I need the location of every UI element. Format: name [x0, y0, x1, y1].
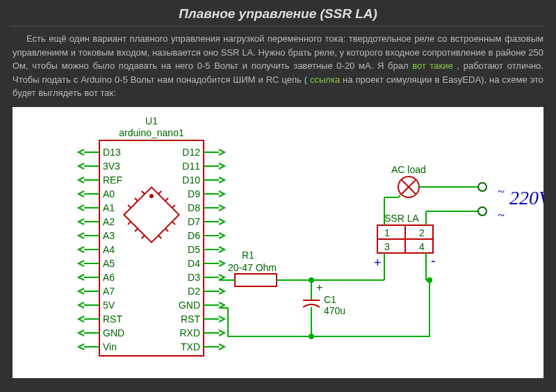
- svg-point-47: [309, 277, 314, 283]
- right-pin-D3: D3: [188, 272, 200, 283]
- right-pin-RXD: RXD: [179, 327, 200, 338]
- r1-val: 20-47 Ohm: [228, 262, 277, 273]
- svg-line-11: [135, 228, 138, 231]
- left-pin-group: D133V3REFA0A1A2A3A4A5A6A75VRSTGNDVin: [79, 147, 124, 352]
- left-pin-GND: GND: [103, 327, 124, 338]
- left-pin-A1: A1: [103, 202, 115, 213]
- ac-load-label: AC load: [391, 164, 426, 175]
- svg-line-2: [135, 197, 138, 200]
- right-pin-D6: D6: [188, 230, 200, 241]
- svg-line-3: [128, 204, 131, 207]
- ssr-pin-2: 2: [419, 227, 425, 238]
- svg-line-1: [142, 191, 145, 194]
- ssr-label: SSR LA: [384, 213, 419, 224]
- svg-line-8: [165, 197, 168, 200]
- right-pin-D8: D8: [188, 202, 200, 213]
- left-pin-RST: RST: [103, 313, 122, 325]
- svg-point-51: [309, 334, 314, 339]
- circuit-schematic: U1 arduino_nano1 D133V3REFA0A1A2A3A4A5A6…: [13, 107, 543, 378]
- left-pin-A6: A6: [103, 272, 115, 283]
- svg-line-4: [172, 221, 175, 224]
- svg-point-69: [478, 207, 486, 215]
- right-pin-D5: D5: [188, 244, 200, 255]
- svg-point-67: [478, 183, 486, 191]
- left-pin-A4: A4: [103, 244, 115, 255]
- svg-line-9: [172, 204, 175, 207]
- ssr-pin-3: 3: [384, 241, 390, 252]
- left-pin-A0: A0: [103, 188, 115, 199]
- link-product[interactable]: вот такие: [412, 60, 453, 71]
- r1-ref: R1: [242, 250, 254, 261]
- c1-ref: C1: [324, 294, 336, 305]
- ssr-minus: -: [431, 253, 436, 268]
- svg-point-13: [149, 193, 154, 198]
- left-pin-A3: A3: [103, 230, 115, 241]
- ssr-pin-4: 4: [419, 241, 425, 252]
- right-pin-TXD: TXD: [181, 341, 200, 352]
- svg-text:~: ~: [498, 209, 505, 222]
- right-pin-D11: D11: [182, 161, 200, 172]
- c1: + C1 470u: [303, 277, 345, 336]
- right-pin-D12: D12: [182, 147, 200, 158]
- ssr-plus: +: [374, 256, 382, 270]
- description-paragraph: Есть ещё один вариант плавного управлени…: [0, 32, 556, 100]
- svg-line-6: [158, 235, 161, 238]
- svg-line-7: [158, 191, 161, 194]
- left-pin-3V3: 3V3: [103, 161, 120, 172]
- svg-line-10: [128, 221, 131, 224]
- left-pin-D13: D13: [103, 147, 121, 158]
- right-pin-GND: GND: [179, 300, 200, 311]
- c1-val: 470u: [324, 305, 345, 316]
- right-pin-D10: D10: [182, 174, 200, 186]
- left-pin-A7: A7: [103, 286, 115, 297]
- right-pin-D4: D4: [188, 258, 200, 269]
- left-pin-REF: REF: [103, 174, 122, 186]
- right-pin-D2: D2: [188, 286, 200, 297]
- u1-ref: U1: [145, 115, 158, 126]
- left-pin-A5: A5: [103, 258, 115, 269]
- left-pin-5V: 5V: [103, 300, 115, 311]
- section-title: Плавное управление (SSR LA): [10, 0, 546, 26]
- svg-text:~: ~: [498, 185, 505, 199]
- voltage-label: 220V: [509, 187, 543, 209]
- right-pin-RST: RST: [181, 313, 200, 325]
- left-pin-A2: A2: [103, 216, 115, 227]
- right-pin-group: D12D11D10D9D8D7D6D5D4D3D2GNDRSTRXDTXD: [179, 147, 224, 352]
- svg-line-12: [142, 235, 145, 238]
- u1-name: arduino_nano1: [119, 127, 184, 138]
- svg-text:+: +: [316, 281, 322, 293]
- ssr-pin-1: 1: [384, 227, 390, 238]
- right-pin-D9: D9: [188, 188, 200, 199]
- right-pin-D7: D7: [188, 216, 200, 227]
- svg-line-5: [165, 228, 168, 231]
- link-easyeda[interactable]: ссылка: [310, 74, 340, 85]
- r1-body: [235, 274, 277, 286]
- left-pin-Vin: Vin: [103, 341, 117, 352]
- svg-line-64: [398, 195, 400, 197]
